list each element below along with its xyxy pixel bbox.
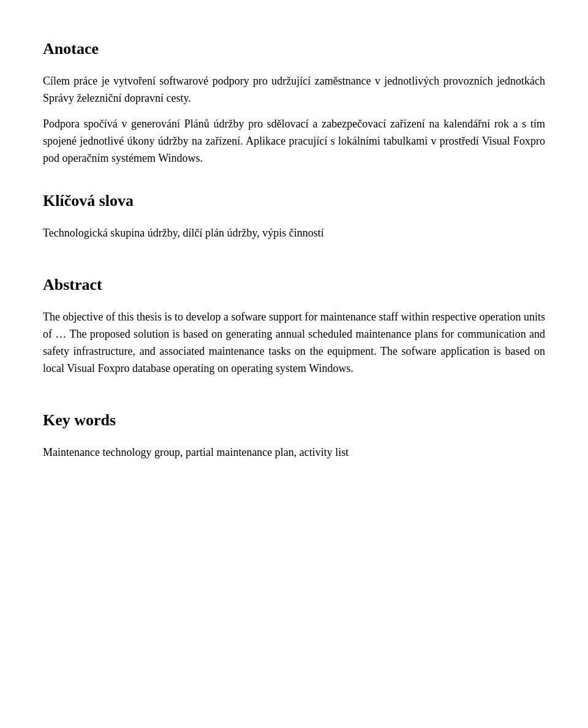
klicova-slova-heading: Klíčová slova xyxy=(43,189,545,213)
keywords-heading: Key words xyxy=(43,408,545,432)
abstract-paragraph1: The objective of this thesis is to devel… xyxy=(43,309,545,377)
klicova-slova-section: Klíčová slova Technologická skupina údrž… xyxy=(43,189,545,242)
anotace-heading: Anotace xyxy=(43,37,545,61)
anotace-paragraph1: Cílem práce je vytvoření softwarové podp… xyxy=(43,73,545,107)
keywords-section: Key words Maintenance technology group, … xyxy=(43,408,545,461)
abstract-section: Abstract The objective of this thesis is… xyxy=(43,273,545,377)
klicova-slova-text: Technologická skupina údržby, dílčí plán… xyxy=(43,225,545,242)
keywords-text: Maintenance technology group, partial ma… xyxy=(43,444,545,461)
anotace-paragraph2: Podpora spočívá v generování Plánů údržb… xyxy=(43,116,545,167)
anotace-section: Anotace Cílem práce je vytvoření softwar… xyxy=(43,37,545,167)
abstract-heading: Abstract xyxy=(43,273,545,297)
